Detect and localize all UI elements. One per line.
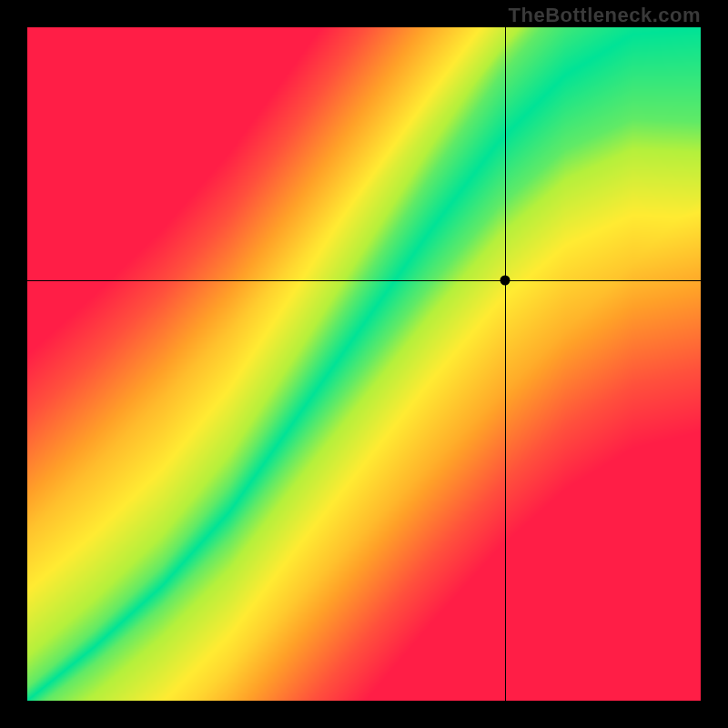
- watermark-text: TheBottleneck.com: [509, 4, 701, 27]
- chart-frame: TheBottleneck.com: [0, 0, 728, 728]
- crosshair-horizontal: [27, 280, 701, 281]
- crosshair-vertical: [505, 27, 506, 701]
- selection-marker: [500, 275, 511, 285]
- bottleneck-heatmap: [27, 27, 701, 701]
